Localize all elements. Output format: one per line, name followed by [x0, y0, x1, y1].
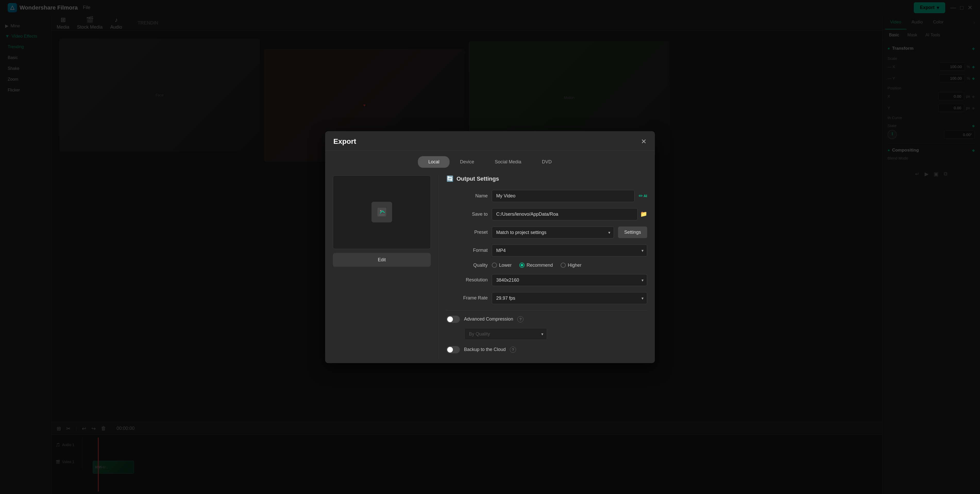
dialog-tab-device[interactable]: Device: [450, 156, 484, 168]
backup-cloud-row: Backup to the Cloud ?: [447, 346, 647, 353]
quality-lower-label: Lower: [499, 263, 512, 268]
modal-overlay: Export ✕ Local Device Social Media DVD: [0, 0, 980, 494]
preset-row: Preset Match to project settings ▾ Setti…: [447, 226, 647, 238]
by-quality-row: By Quality ▾: [447, 328, 647, 340]
dialog-tab-dvd[interactable]: DVD: [532, 156, 562, 168]
name-input[interactable]: [492, 190, 635, 202]
resolution-select-wrap: 3840x2160 ▾: [492, 274, 647, 286]
quality-row: Quality Lower Recommend: [447, 263, 647, 268]
quality-recommend-option[interactable]: Recommend: [519, 263, 553, 268]
save-to-label: Save to: [447, 212, 488, 217]
path-row: 📁: [492, 208, 647, 220]
app-background: Wondershare Filmora File Export ▾ — □ ✕ …: [0, 0, 980, 494]
settings-sync-icon: 🔄: [447, 175, 453, 182]
backup-cloud-knob: [447, 347, 453, 352]
dialog-tab-local[interactable]: Local: [418, 156, 450, 168]
backup-cloud-help-icon[interactable]: ?: [510, 347, 516, 353]
dialog-header: Export ✕: [325, 131, 655, 151]
preset-label: Preset: [447, 229, 488, 235]
folder-icon: 📁: [640, 211, 647, 217]
settings-separator: [447, 310, 647, 311]
advanced-compression-help-icon[interactable]: ?: [517, 316, 523, 322]
dialog-left-panel: Edit: [333, 175, 431, 359]
ai-pen-icon: ✏: [639, 193, 643, 199]
name-label: Name: [447, 193, 488, 199]
frame-rate-select-wrap: 29.97 fps ▾: [492, 292, 647, 304]
dialog-settings-panel: 🔄 Output Settings Name ✏ AI: [447, 175, 647, 359]
frame-rate-row: Frame Rate 29.97 fps ▾: [447, 292, 647, 304]
quality-recommend-radio[interactable]: [519, 263, 525, 268]
save-to-row: Save to 📁: [447, 208, 647, 220]
thumbnail-icon: [371, 202, 392, 222]
format-label: Format: [447, 248, 488, 253]
dialog-tabs: Local Device Social Media DVD: [325, 151, 655, 168]
preset-select-wrap: Match to project settings ▾: [492, 226, 614, 238]
svg-point-2: [380, 210, 382, 212]
ai-name-button[interactable]: ✏ AI: [639, 193, 647, 199]
output-settings-header: 🔄 Output Settings: [447, 175, 647, 182]
resolution-row: Resolution 3840x2160 ▾: [447, 274, 647, 286]
quality-options: Lower Recommend Higher: [492, 263, 647, 268]
advanced-compression-label: Advanced Compression: [464, 316, 513, 322]
backup-cloud-toggle[interactable]: [447, 346, 460, 353]
export-dialog: Export ✕ Local Device Social Media DVD: [325, 131, 655, 363]
by-quality-select[interactable]: By Quality: [465, 328, 547, 340]
backup-cloud-label: Backup to the Cloud: [464, 347, 506, 352]
save-path-input[interactable]: [492, 208, 638, 220]
name-row: Name ✏ AI: [447, 190, 647, 202]
advanced-compression-row: Advanced Compression ?: [447, 316, 647, 323]
format-select[interactable]: MP4: [492, 245, 647, 257]
quality-lower-option[interactable]: Lower: [492, 263, 512, 268]
browse-folder-button[interactable]: 📁: [640, 211, 647, 217]
quality-higher-label: Higher: [568, 263, 581, 268]
advanced-compression-knob: [447, 316, 453, 322]
output-settings-label: Output Settings: [457, 175, 499, 182]
by-quality-select-wrap: By Quality ▾: [465, 328, 547, 340]
dialog-tab-social-media[interactable]: Social Media: [484, 156, 531, 168]
thumbnail-edit-button[interactable]: Edit: [333, 253, 431, 267]
advanced-compression-toggle[interactable]: [447, 316, 460, 323]
settings-button[interactable]: Settings: [618, 226, 647, 238]
ai-text-label: AI: [644, 194, 647, 198]
format-select-wrap: MP4 ▾: [492, 245, 647, 257]
quality-higher-radio[interactable]: [561, 263, 566, 268]
thumbnail-preview: [333, 175, 431, 249]
dialog-body: Edit 🔄 Output Settings Name: [325, 168, 655, 363]
dialog-close-button[interactable]: ✕: [641, 138, 647, 145]
preset-select[interactable]: Match to project settings: [492, 226, 614, 238]
quality-higher-option[interactable]: Higher: [561, 263, 581, 268]
resolution-label: Resolution: [447, 277, 488, 283]
frame-rate-select[interactable]: 29.97 fps: [492, 292, 647, 304]
quality-recommend-label: Recommend: [527, 263, 553, 268]
quality-label: Quality: [447, 263, 488, 268]
quality-lower-radio[interactable]: [492, 263, 497, 268]
format-row: Format MP4 ▾: [447, 245, 647, 257]
dialog-title: Export: [333, 137, 356, 146]
frame-rate-label: Frame Rate: [447, 295, 488, 301]
resolution-select[interactable]: 3840x2160: [492, 274, 647, 286]
